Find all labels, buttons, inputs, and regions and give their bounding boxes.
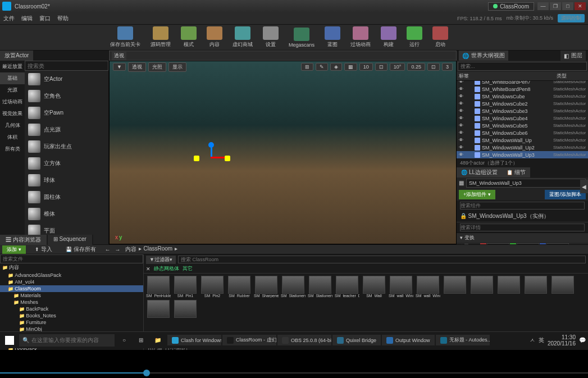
outliner-row[interactable]: 👁SM_WindowsCube6StaticMeshActor [457, 129, 588, 136]
cb-import-button[interactable]: ⬆ 导入 [30, 245, 57, 254]
visibility-icon[interactable]: 👁 [458, 81, 464, 84]
asset-item[interactable]: SM_Stationery15 [281, 276, 306, 298]
transform-gizmo[interactable] [194, 145, 227, 168]
tree-node[interactable]: Books_Notes [0, 312, 143, 319]
taskview-button[interactable]: ⊞ [134, 333, 148, 348]
breadcrumb[interactable]: 内容 [125, 245, 136, 253]
toolbar-7[interactable]: 蓝图 [325, 26, 340, 48]
viewport-control[interactable]: ▼ [113, 63, 126, 71]
viewport-control[interactable]: 0.25 [407, 63, 425, 71]
asset-item[interactable] [146, 300, 171, 318]
filter-button[interactable]: ▼过滤器▾ [146, 256, 176, 264]
breadcrumb[interactable]: ClassRoom [144, 245, 173, 253]
filter-tag[interactable]: 静态网格体 [154, 265, 179, 272]
tree-node[interactable]: Meshes [0, 299, 143, 306]
place-item[interactable]: 椎体 [25, 206, 108, 222]
tree-node[interactable]: AdvancedGlassPack [0, 272, 143, 279]
source-control-button[interactable]: 源码控制 [558, 14, 585, 22]
start-button[interactable] [2, 333, 17, 348]
layers-tab[interactable]: ◧ 图层 [560, 51, 586, 61]
tree-node[interactable]: AM_vol4 [0, 279, 143, 285]
place-item[interactable]: 空Pawn [25, 104, 108, 121]
level-viewport[interactable]: ▼透视光照显示 ⊞✎◈▦10⊡10°0.25⊡3 x y [109, 61, 457, 244]
toolbar-3[interactable]: 内容 [207, 26, 222, 48]
outliner-row[interactable]: 👁SM_WindowsCubeStaticMeshActor [457, 93, 588, 100]
transform-category[interactable]: ▾ 变换 [457, 233, 588, 243]
clock[interactable]: 11:30 2020/11/16 [548, 334, 576, 347]
component-root[interactable]: SM_WindowsWall_Up3（实例） [468, 213, 549, 219]
outliner-row[interactable]: 👁SM_WindowsWall_Up3StaticMeshActor [457, 151, 588, 158]
toolbar-11[interactable]: 启动 [432, 26, 448, 48]
tray-arrow[interactable]: ㅅ [530, 336, 535, 344]
visibility-icon[interactable]: 👁 [458, 123, 464, 128]
place-cat[interactable]: 过场动画 [0, 96, 25, 108]
ime-indicator[interactable]: 英 [539, 336, 544, 344]
menu-help[interactable]: 帮助 [57, 15, 69, 22]
outliner-row[interactable]: 👁SM_WindowsWall_UpStaticMeshActor [457, 136, 588, 144]
place-cat[interactable]: 几何体 [0, 120, 25, 131]
tree-node[interactable]: Furniture [0, 319, 143, 326]
taskbar-task[interactable]: Quixel Bridge [332, 335, 381, 345]
visibility-icon[interactable]: 👁 [458, 108, 464, 113]
asset-item[interactable] [550, 276, 575, 298]
asset-item[interactable]: SM_wall_Window5 [416, 276, 440, 298]
toolbar-9[interactable]: 构建 [381, 26, 396, 48]
notification-icon[interactable]: 💬 [579, 337, 586, 343]
outliner-row[interactable]: 👁SM_WindowsCube2StaticMeshActor [457, 100, 588, 107]
place-cat[interactable]: 视觉效果 [0, 108, 25, 120]
place-search-input[interactable] [25, 61, 108, 71]
place-item[interactable]: 玩家出生点 [25, 138, 108, 155]
asset-item[interactable]: SM_wall_Window [389, 276, 413, 298]
menu-file[interactable]: 文件 [3, 15, 15, 22]
details-search-input[interactable] [460, 224, 585, 231]
place-item[interactable]: 立方体 [25, 155, 108, 172]
outliner-row[interactable]: 👁SM_WhiteBoardPen7StaticMeshActor [457, 81, 588, 85]
cb-saveall-button[interactable]: 💾 保存所有 [61, 245, 101, 254]
viewport-control[interactable]: 显示 [168, 62, 186, 72]
toolbar-0[interactable]: 保存当前关卡 [110, 26, 140, 48]
asset-item[interactable] [173, 300, 198, 318]
viewport-control[interactable]: 透视 [128, 62, 146, 72]
visibility-icon[interactable]: 👁 [458, 116, 464, 121]
asset-item[interactable]: SM_PenHolder [146, 276, 171, 298]
asset-item[interactable]: SM_Pin1 [173, 276, 198, 298]
world-outliner-tab[interactable]: 🌐 世界大纲视图 [459, 51, 508, 61]
outliner-col-type[interactable]: 类型 [554, 72, 588, 80]
outliner-row[interactable]: 👁SM_WindowsWall_Up2StaticMeshActor [457, 144, 588, 151]
viewport-control[interactable]: ⊡ [427, 63, 440, 71]
place-item[interactable]: 空Actor [25, 71, 108, 88]
place-cat[interactable]: 光源 [0, 84, 25, 96]
asset-item[interactable] [496, 276, 521, 298]
asset-item[interactable] [523, 276, 548, 298]
taskbar-search[interactable]: 🔍 [19, 334, 115, 347]
visibility-icon[interactable]: 👁 [458, 138, 464, 143]
toolbar-5[interactable]: 设置 [263, 26, 279, 48]
place-cat[interactable]: 基础 [0, 72, 25, 84]
minimize-button[interactable]: — [537, 2, 549, 10]
visibility-icon[interactable]: 👁 [458, 145, 464, 150]
filter-tag[interactable]: 其它 [183, 265, 193, 272]
viewport-control[interactable]: ◈ [330, 63, 342, 71]
outliner-search-input[interactable] [458, 62, 587, 71]
viewport-control[interactable]: ⊡ [375, 63, 388, 71]
restoredown-button[interactable]: ❐ [550, 2, 561, 10]
asset-item[interactable] [443, 276, 467, 298]
video-scrubber[interactable] [0, 350, 588, 378]
asset-item[interactable]: SM_teacher_Desk [335, 276, 359, 298]
viewport-control[interactable]: 10° [390, 63, 405, 71]
visibility-icon[interactable]: 👁 [458, 152, 464, 157]
toolbar-8[interactable]: 过场动画 [350, 26, 371, 48]
viewport-dropdown[interactable]: 透视 [112, 52, 126, 60]
nav-fwd-icon[interactable]: → [115, 247, 121, 253]
viewport-control[interactable]: ✎ [316, 63, 328, 71]
taskbar-task[interactable]: Output Window [382, 335, 435, 345]
taskbar-task[interactable]: ClassRoom - 虚幻... [222, 335, 276, 345]
viewport-control[interactable]: 光照 [148, 62, 166, 72]
place-cat[interactable]: 最近放置 [0, 61, 25, 72]
viewport-control[interactable]: 10 [359, 63, 373, 71]
outliner-row[interactable]: 👁SM_WindowsCube4StaticMeshActor [457, 115, 588, 122]
tree-node[interactable]: ClassRoom [0, 285, 143, 292]
outliner-row[interactable]: 👁SM_WindowsCube3StaticMeshActor [457, 107, 588, 115]
tree-node[interactable]: Materials [0, 292, 143, 299]
toolbar-6[interactable]: Megascans [289, 28, 314, 48]
